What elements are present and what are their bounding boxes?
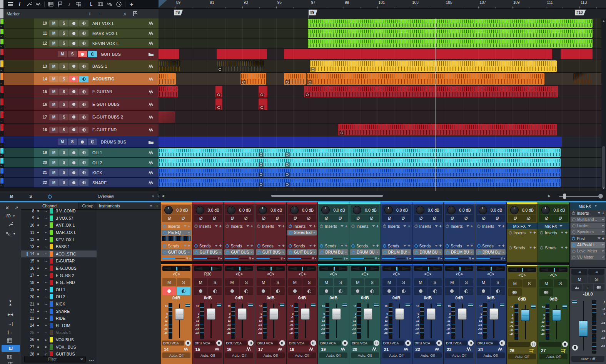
clock-icon[interactable] (114, 1, 124, 8)
track-row[interactable]: ~11MSMARK VOX L (0, 28, 159, 38)
track-row[interactable]: ~18MSE-GUIT END (0, 124, 159, 136)
mono-button[interactable] (571, 284, 582, 291)
inserts-header[interactable]: Inserts+ (412, 223, 444, 229)
activate-dot[interactable]: ● (34, 302, 42, 306)
add-button[interactable]: + (250, 243, 253, 249)
activate-dot[interactable]: ● (34, 316, 42, 320)
link-button[interactable] (594, 284, 604, 291)
add-button[interactable]: + (282, 224, 285, 229)
power-icon-on[interactable] (571, 236, 576, 240)
record-arm-button[interactable] (225, 287, 239, 295)
clip-gear-handle[interactable] (311, 67, 316, 72)
canvas-row-e-guit-dubs[interactable] (159, 98, 606, 111)
audio-clip[interactable] (217, 60, 264, 72)
audio-clip[interactable] (304, 86, 558, 97)
track-row[interactable]: ~16MSE-GUIT DUBS (0, 98, 159, 111)
audio-clip[interactable] (259, 99, 267, 110)
monitor-button[interactable] (79, 179, 88, 186)
audio-clip[interactable] (215, 99, 222, 110)
device-slot[interactable]: DRUM BUS (319, 249, 348, 255)
mixer-strip-26[interactable]: 0.0 dBØØMix FXInserts+Sends+<C>MS0dB100-… (507, 202, 538, 364)
power-icon[interactable] (257, 250, 261, 254)
monitor-button[interactable] (79, 30, 88, 37)
fader-cap[interactable] (238, 308, 247, 320)
inserts-header[interactable]: Inserts+ (192, 223, 224, 229)
inputs-icon[interactable]: →| (5, 320, 15, 327)
fader-cap[interactable] (489, 308, 498, 320)
send-level-track[interactable] (225, 258, 248, 259)
mute-button[interactable]: M (319, 278, 333, 286)
add-button[interactable]: + (250, 224, 253, 229)
global-solo-button[interactable]: S (29, 194, 32, 199)
scroll-up-arrow[interactable]: ▲ (602, 19, 605, 23)
sends-header[interactable]: Sends+ (412, 242, 444, 249)
add-button[interactable]: + (313, 243, 316, 249)
vscroll-thumb[interactable] (602, 146, 605, 189)
audio-clip[interactable] (159, 86, 178, 97)
chevron-down-icon[interactable] (215, 225, 218, 227)
power-icon-on[interactable] (162, 224, 167, 228)
fader-cap[interactable] (364, 308, 372, 320)
gain-knob[interactable] (510, 206, 519, 214)
audio-clip[interactable] (310, 60, 557, 72)
record-arm-button[interactable] (69, 127, 78, 133)
power-icon[interactable] (508, 245, 513, 250)
power-icon[interactable] (539, 245, 544, 250)
plus-icon[interactable]: + (127, 1, 136, 8)
wave-icon[interactable] (33, 1, 43, 8)
channel-row-19[interactable]: 19●~OH 1 (21, 286, 97, 294)
mixer-strip-17[interactable]: 0.0 dBØØInserts+Sends+GUIT BUS⚲<C>MS0dB1… (255, 202, 286, 364)
device-slot[interactable]: DRUM BUS (413, 249, 443, 255)
power-icon[interactable] (477, 224, 481, 228)
inserts-header[interactable]: Inserts+ (381, 223, 412, 229)
vca-assignment[interactable] (508, 342, 530, 347)
mixfx-selector[interactable]: Mix FX (507, 223, 538, 229)
audio-clip[interactable] (159, 73, 176, 85)
gain-knob[interactable] (416, 206, 424, 214)
phase-invert-right[interactable]: Ø (334, 215, 347, 221)
fader-cap[interactable] (552, 309, 561, 321)
audio-clip[interactable] (159, 49, 179, 59)
pan-slider[interactable] (414, 266, 442, 271)
device-slot[interactable]: VU Meter (571, 254, 605, 260)
mute-button[interactable]: M (49, 40, 58, 47)
mute-button[interactable]: M (414, 278, 427, 286)
vca-assignment[interactable]: DRU VCA (256, 341, 279, 346)
mixer-strip-18[interactable]: 0.0 dBØØInserts+StereoToolSends+GUIT BUS… (287, 202, 318, 364)
add-button[interactable]: + (407, 224, 410, 229)
gain-knob[interactable] (196, 206, 204, 214)
solo-button[interactable]: S (59, 114, 68, 120)
device-slot[interactable]: GUIT BUS (193, 249, 223, 255)
canvas-row-kevin-vox-l[interactable] (159, 38, 606, 48)
mixer-strip-16[interactable]: 0.0 dBØØInserts+Sends+GUIT BUS⚲<C>MS0dB1… (224, 202, 255, 364)
link-button[interactable] (539, 288, 553, 296)
device-slot[interactable]: Pro EQ (162, 230, 191, 235)
mixer-strip-14[interactable]: 0.0 dBØØInserts+Pro EQSends+GUIT BUS⚲<C>… (161, 202, 192, 364)
monitor-button[interactable] (88, 51, 97, 57)
activate-dot[interactable]: ● (34, 266, 42, 270)
cable-icon[interactable]: ▼ (2, 230, 18, 237)
power-icon-on[interactable] (382, 244, 387, 248)
power-icon[interactable] (414, 250, 419, 254)
clip-gear-handle[interactable] (259, 152, 264, 157)
inserts-header[interactable]: Inserts+ (538, 229, 569, 236)
mute-button[interactable]: M (58, 51, 67, 57)
canvas-row-snare[interactable] (159, 178, 606, 188)
sends-header[interactable]: Sends+ (287, 242, 318, 249)
global-mute-button[interactable]: M (10, 194, 13, 199)
solo-button[interactable]: S (59, 127, 68, 133)
chevron-down-icon[interactable] (435, 225, 438, 227)
grid-icon[interactable] (74, 1, 83, 8)
chevron-down-icon[interactable] (598, 212, 601, 214)
fader-cap[interactable] (269, 308, 278, 320)
track-row[interactable]: ~19MSOH 1 (0, 148, 159, 158)
pan-slider[interactable] (477, 266, 505, 271)
gain-knob[interactable] (447, 206, 456, 214)
record-arm-button[interactable] (69, 20, 78, 27)
record-arm-button[interactable] (78, 139, 87, 145)
sends-header[interactable]: Sends+ (538, 244, 569, 251)
automation-mode-button[interactable]: Auto: Off (539, 354, 568, 359)
power-icon[interactable] (572, 249, 576, 253)
activate-dot[interactable]: ● (34, 230, 42, 234)
chevron-down-icon[interactable] (341, 245, 344, 247)
